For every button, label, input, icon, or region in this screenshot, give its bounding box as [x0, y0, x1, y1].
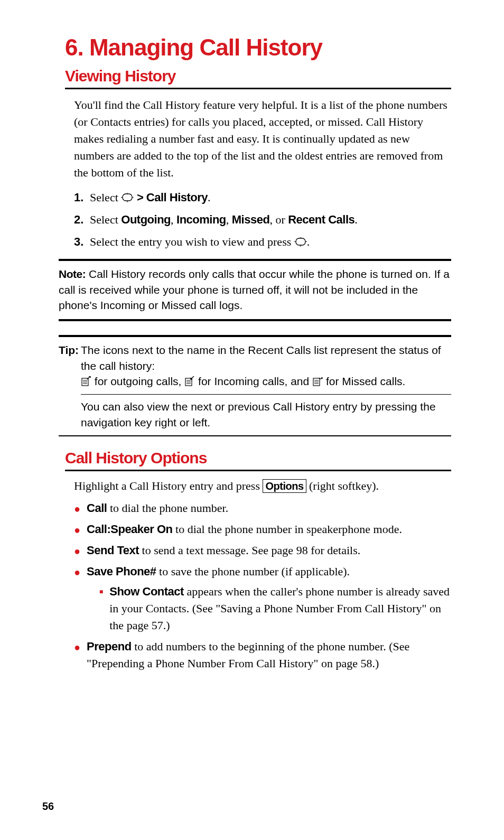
- text: Select: [90, 191, 121, 204]
- text: .: [208, 191, 211, 204]
- option-desc: to send a text message. See page 98 for …: [139, 544, 360, 557]
- step-3: 3. Select the entry you wish to view and…: [74, 234, 451, 250]
- text: .: [307, 235, 310, 248]
- options-softkey-label: Options: [263, 479, 306, 493]
- text: for outgoing calls,: [91, 375, 184, 387]
- section-heading-options: Call History Options: [65, 449, 451, 471]
- section-heading-text: Call History Options: [65, 449, 451, 470]
- list-item: ● Call:Speaker On to dial the phone numb…: [74, 521, 451, 538]
- ok-key-icon: [121, 190, 134, 200]
- option-name: Save Phone#: [87, 565, 156, 578]
- ok-key-icon: [294, 235, 307, 244]
- tip-line2: You can also view the next or previous C…: [81, 394, 451, 435]
- list-item: ■ Show Contact appears when the caller's…: [99, 583, 451, 634]
- text: Highlight a Call History entry and press: [74, 479, 263, 492]
- bold-text: Recent Calls: [288, 213, 354, 226]
- section-heading-text: Viewing History: [65, 67, 451, 88]
- text: Select the entry you wish to view and pr…: [90, 235, 294, 248]
- text: ,: [171, 213, 176, 226]
- options-intro: Highlight a Call History entry and press…: [74, 478, 451, 494]
- bold-text: > Call History: [134, 191, 208, 204]
- bullet-icon: ●: [74, 544, 80, 559]
- option-name: Call:Speaker On: [87, 522, 172, 536]
- option-name: Call: [87, 501, 107, 515]
- list-item: ● Save Phone# to save the phone number (…: [74, 563, 451, 634]
- text: for Missed calls.: [323, 375, 405, 387]
- option-name: Prepend: [87, 640, 132, 653]
- text: ,: [226, 213, 232, 226]
- tip-label: Tip:: [59, 342, 81, 389]
- tip-callout: Tip: The icons next to the name in the R…: [59, 335, 451, 436]
- outgoing-call-icon: [81, 375, 91, 386]
- note-callout: Note: Call History records only calls th…: [59, 259, 451, 321]
- text: .: [354, 213, 358, 226]
- page-number: 56: [42, 800, 54, 813]
- text: Select: [90, 213, 121, 226]
- note-label: Note:: [59, 268, 86, 280]
- list-item: ● Prepend to add numbers to the beginnin…: [74, 638, 451, 672]
- step-body: Select the entry you wish to view and pr…: [90, 234, 310, 250]
- tip-content: The icons next to the name in the Recent…: [81, 342, 451, 389]
- list-item: ● Send Text to send a text message. See …: [74, 542, 451, 559]
- bullet-icon: ●: [74, 565, 80, 580]
- option-desc: to dial the phone number in speakerphone…: [173, 522, 402, 536]
- option-desc: to save the phone number (if applicable)…: [156, 565, 350, 578]
- option-desc: to dial the phone number.: [107, 501, 228, 515]
- sub-list: ■ Show Contact appears when the caller's…: [99, 583, 451, 634]
- bullet-icon: ●: [74, 640, 80, 672]
- bold-text: Missed: [232, 213, 270, 226]
- bold-text: Incoming: [176, 213, 226, 226]
- svg-rect-0: [123, 194, 132, 201]
- tip-line1: The icons next to the name in the Recent…: [81, 344, 441, 371]
- incoming-call-icon: [184, 375, 195, 386]
- option-name: Show Contact: [109, 585, 184, 598]
- bold-text: Outgoing: [121, 213, 171, 226]
- bullet-icon: ●: [74, 522, 80, 538]
- step-number: 1.: [74, 189, 90, 206]
- chapter-title: 6. Managing Call History: [65, 34, 462, 61]
- text: for Incoming calls, and: [195, 375, 312, 387]
- list-item: ● Call to dial the phone number.: [74, 500, 451, 517]
- options-list: ● Call to dial the phone number. ● Call:…: [74, 500, 451, 671]
- section-heading-viewing: Viewing History: [65, 67, 451, 89]
- text: , or: [269, 213, 288, 226]
- option-name: Send Text: [87, 544, 139, 557]
- option-desc: to add numbers to the beginning of the p…: [87, 640, 409, 670]
- missed-call-icon: [312, 375, 323, 386]
- steps-list: 1. Select > Call History. 2. Select Outg…: [74, 189, 451, 250]
- bullet-icon: ■: [99, 587, 103, 634]
- intro-paragraph: You'll find the Call History feature ver…: [74, 97, 451, 181]
- step-1: 1. Select > Call History.: [74, 189, 451, 206]
- step-body: Select > Call History.: [90, 189, 211, 206]
- step-body: Select Outgoing, Incoming, Missed, or Re…: [90, 211, 358, 228]
- bullet-icon: ●: [74, 501, 80, 517]
- step-number: 3.: [74, 234, 90, 250]
- text: (right softkey).: [306, 479, 379, 492]
- step-2: 2. Select Outgoing, Incoming, Missed, or…: [74, 211, 451, 228]
- step-number: 2.: [74, 211, 90, 228]
- svg-rect-5: [296, 238, 305, 245]
- note-text: Call History records only calls that occ…: [59, 268, 450, 311]
